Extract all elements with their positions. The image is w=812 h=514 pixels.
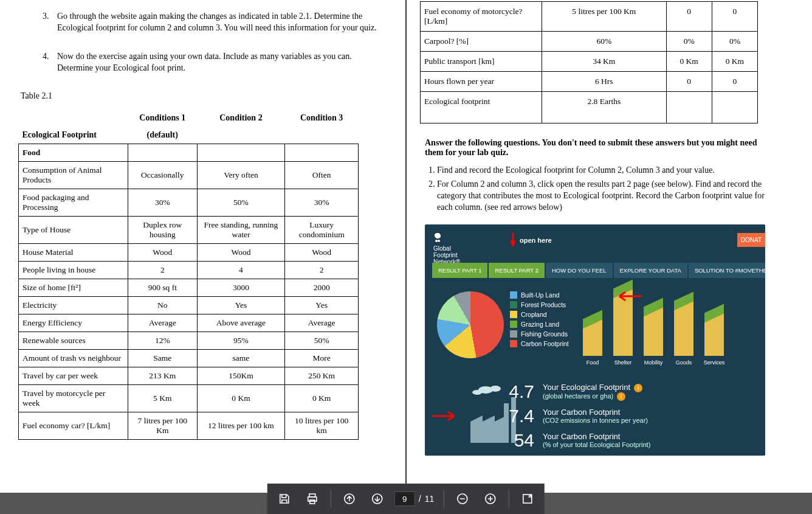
table-row: Carpool? [%]60%0%0% <box>421 32 758 52</box>
footprint-screenshot: GlobalFootprintNetwork® open here DONAT … <box>425 224 765 456</box>
legend-item: Built-Up Land <box>510 291 569 299</box>
table-row: Hours flown per year6 Hrs00 <box>421 72 758 92</box>
page-left: Go through the website again making the … <box>0 0 405 493</box>
zoom-out-button[interactable] <box>449 485 476 512</box>
table-row: Amount of trash vs neighbourSamesameMore <box>19 349 359 367</box>
page-number-input[interactable] <box>394 491 415 506</box>
category-bar: Goods <box>674 296 693 366</box>
col-cond1: Conditions 1 <box>128 109 198 127</box>
table-row: Food <box>19 144 359 161</box>
answer-intro: Answer the following questions. You don'… <box>425 138 765 158</box>
open-here-hint: open here <box>510 233 552 248</box>
table-row: Public transport [km]34 Km0 Km0 Km <box>421 52 758 72</box>
category-bar: Mobility <box>644 302 663 366</box>
table-row: Renewable sources12%95%50% <box>19 332 359 349</box>
print-button[interactable] <box>299 485 326 512</box>
ecological-table: Conditions 1 Condition 2 Condition 3 Eco… <box>18 109 359 440</box>
question-list: Go through the website again making the … <box>18 11 387 74</box>
result-tab[interactable]: RESULT PART 1 <box>432 263 487 278</box>
result-tab[interactable]: SOLUTION TO #MOVETHEDATE <box>689 263 765 278</box>
table-row: Travel by motorcycle per week5 Km0 Km0 K… <box>19 384 359 412</box>
col-cond3: Condition 3 <box>285 109 359 127</box>
legend-item: Carbon Footprint <box>510 340 569 347</box>
table-row: Fuel economy car? [L/km]7 litres per 100… <box>19 412 359 439</box>
result-tab[interactable]: EXPLORE YOUR DATA <box>614 263 687 278</box>
gfn-logo: GlobalFootprintNetwork® <box>433 232 460 265</box>
table-row: Consumption of Animal ProductsOccasional… <box>19 161 359 189</box>
svg-rect-8 <box>310 500 315 504</box>
footprint-pie-chart <box>437 291 504 358</box>
answer-list: Find and record the Ecological footprint… <box>425 165 765 214</box>
ecological-table-cont: Fuel economy of motorcycle? [L/km]5 litr… <box>420 1 758 123</box>
page-up-button[interactable] <box>336 485 363 512</box>
red-arrow-left-icon <box>614 290 642 305</box>
category-bars: FoodShelterMobilityGoodsServices <box>583 284 724 366</box>
answer-1: Find and record the Ecological footprint… <box>437 165 765 176</box>
table-row: Fuel economy of motorcycle? [L/km]5 litr… <box>421 2 758 32</box>
info-icon[interactable]: i <box>617 392 625 401</box>
page-right: Fuel economy of motorcycle? [L/km]5 litr… <box>407 0 812 493</box>
row-header-label: Ecological Footprint <box>19 127 128 144</box>
result-tabs: RESULT PART 1RESULT PART 2HOW DO YOU FEE… <box>432 263 765 278</box>
stat-row: 7.4Your Carbon Footprint(CO2 emissions i… <box>461 406 759 426</box>
question-4: Now do the exercise again using your own… <box>51 51 387 74</box>
stat-row: 4.7Your Ecological Footprinti(global hec… <box>461 381 759 402</box>
table-row: People living in house242 <box>19 261 359 279</box>
pdf-toolbar: / 11 <box>267 484 545 514</box>
footprint-stats: 4.7Your Ecological Footprinti(global hec… <box>461 381 759 454</box>
category-bar: Food <box>583 314 602 366</box>
zoom-in-button[interactable] <box>477 485 504 512</box>
page-total: 11 <box>425 494 435 504</box>
page-sep: / <box>419 494 421 504</box>
fullscreen-button[interactable] <box>514 485 541 512</box>
question-3: Go through the website again making the … <box>51 11 387 34</box>
table-row: House MaterialWoodWoodWood <box>19 243 359 261</box>
table-row: Travel by car per week213 Km150Km250 Km <box>19 367 359 384</box>
red-arrow-down-icon <box>510 233 516 248</box>
table-row: Ecological footprint2.8 Earths <box>421 92 758 123</box>
save-button[interactable] <box>271 485 298 512</box>
legend-item: Cropland <box>510 311 569 318</box>
table-row: Type of HouseDuplex row housingFree stan… <box>19 216 359 243</box>
donate-button[interactable]: DONAT <box>737 233 765 247</box>
col-cond2: Condition 2 <box>197 109 285 127</box>
pie-legend: Built-Up LandForest ProductsCroplandGraz… <box>510 291 569 350</box>
answer-2: For Column 2 and column 3, click open th… <box>437 179 765 214</box>
legend-item: Grazing Land <box>510 321 569 328</box>
info-icon[interactable]: i <box>634 384 642 392</box>
table-row: ElectricityNoYesYes <box>19 296 359 314</box>
result-tab[interactable]: HOW DO YOU FEEL <box>546 263 613 278</box>
page-down-button[interactable] <box>364 485 391 512</box>
stat-row: 54Your Carbon Footprint(% of your total … <box>461 430 759 451</box>
table-row: Size of home [ft²]900 sq ft30002000 <box>19 279 359 296</box>
result-tab[interactable]: RESULT PART 2 <box>489 263 544 278</box>
table-row: Energy EfficiencyAverageAbove averageAve… <box>19 314 359 332</box>
svg-rect-7 <box>308 497 317 501</box>
legend-item: Fishing Grounds <box>510 330 569 338</box>
legend-item: Forest Products <box>510 301 569 308</box>
category-bar: Services <box>704 308 724 366</box>
table-row: Food packaging and Processing30%50%30% <box>19 189 359 216</box>
table-caption: Table 2.1 <box>21 91 387 101</box>
